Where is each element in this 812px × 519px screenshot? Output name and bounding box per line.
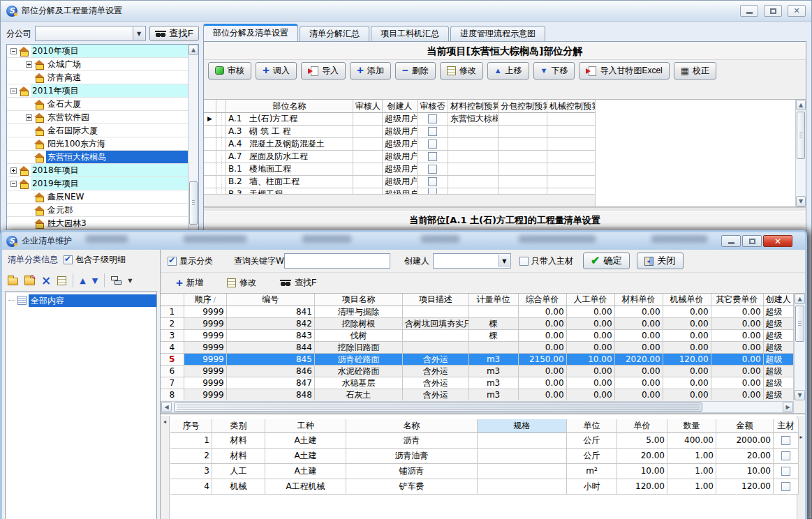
expander-icon[interactable] xyxy=(10,88,17,94)
column-header[interactable]: 创建人 xyxy=(383,100,418,113)
混凝土及钢筋混凝土[interactable]: A.4混凝土及钢筋混凝土 超级用户 xyxy=(204,138,595,151)
show-category-checkbox[interactable]: 显示分类 xyxy=(168,255,213,267)
column-header[interactable]: 金额 xyxy=(716,419,774,433)
水稳基层[interactable]: 7 9999 847 水稳基层 含外运 m3 0.00 0.00 0.00 0.… xyxy=(161,377,794,389)
column-header[interactable]: 顺序∕ xyxy=(184,294,227,306)
main-material-checkbox[interactable] xyxy=(781,451,790,460)
沥青砼路面[interactable]: 5 9999 845 沥青砼路面 含外运 m3 2150.00 10.00 20… xyxy=(161,354,794,366)
column-header[interactable]: 编号 xyxy=(227,294,315,306)
沥青[interactable]: 1 材料 A土建 沥青 公斤 5.00 400.00 2000.00 xyxy=(170,433,799,449)
column-header[interactable]: 审核否 xyxy=(418,100,448,113)
tree-item[interactable]: 济青高速 xyxy=(7,71,188,84)
天棚工程[interactable]: B.3天棚工程 超级用户 xyxy=(204,188,595,195)
main-material-checkbox[interactable] xyxy=(781,482,790,491)
close-dialog-button[interactable]: 关闭 xyxy=(637,253,684,269)
column-header[interactable]: 审核人 xyxy=(353,100,383,113)
dialog-titlebar[interactable]: 企业清单维护 ✕ xyxy=(2,232,805,250)
new-item-button[interactable]: 新增 xyxy=(172,275,207,292)
column-header[interactable]: 名称 xyxy=(346,419,478,433)
maximize-button[interactable] xyxy=(764,5,782,17)
tree-item[interactable]: 2011年项目 xyxy=(7,84,188,98)
土(石)方工程[interactable]: ▶ A.1土(石)方工程 超级用户 东营恒大棕榈岛 xyxy=(204,113,595,126)
move-down-icon[interactable] xyxy=(92,276,98,285)
expander-icon[interactable] xyxy=(10,48,17,54)
collapse-left-handle[interactable]: ◂ xyxy=(161,416,170,519)
铲车费[interactable]: 4 机械 A工程机械 铲车费 小时 120.00 1.00 120.00 xyxy=(170,479,799,495)
column-header[interactable]: 机械控制预算 xyxy=(547,100,595,113)
column-header[interactable]: 规格 xyxy=(478,419,567,433)
column-header[interactable]: 分包控制预算 xyxy=(499,100,547,113)
layout-icon[interactable] xyxy=(111,276,121,285)
delete-icon[interactable] xyxy=(41,276,51,285)
audit-button[interactable]: 审核 xyxy=(208,62,251,80)
tab-list-summary[interactable]: 清单分解汇总 xyxy=(300,26,369,41)
tree-item[interactable]: 阳光100东方海 xyxy=(7,137,188,151)
column-header[interactable]: 部位名称 xyxy=(226,100,353,113)
tree-item[interactable]: 东营恒大棕榈岛 xyxy=(7,151,188,164)
column-header[interactable]: 主材 xyxy=(774,419,799,433)
main-material-checkbox[interactable] xyxy=(781,467,790,476)
expander-icon[interactable] xyxy=(10,181,17,187)
include-sub-checkbox[interactable]: 包含子级明细 xyxy=(64,254,126,266)
dialog-close-button[interactable]: ✕ xyxy=(763,235,792,247)
tree-item[interactable]: 金石大厦 xyxy=(7,98,188,111)
part-table-scrollbar[interactable]: ▲ ▼ xyxy=(795,100,806,206)
list-table-scrollbar[interactable]: ▲ ▼ xyxy=(794,294,805,400)
close-button[interactable]: ✕ xyxy=(788,5,806,17)
column-header[interactable]: 项目名称 xyxy=(315,294,403,306)
move-up-icon[interactable] xyxy=(80,276,85,285)
audit-checkbox[interactable] xyxy=(428,152,437,161)
chevron-down-icon[interactable]: ▼ xyxy=(499,255,510,267)
audit-checkbox[interactable] xyxy=(428,188,437,195)
tree-item[interactable]: 鑫辰NEW xyxy=(7,190,188,204)
chevron-down-icon[interactable]: ▼ xyxy=(128,278,132,284)
石灰土[interactable]: 8 9999 848 石灰土 含外运 m3 0.00 0.00 0.00 0.0… xyxy=(161,389,794,400)
only-main-checkbox[interactable]: 只带入主材 xyxy=(519,255,573,267)
column-header[interactable]: 类别 xyxy=(212,419,265,433)
tab-project-resources[interactable]: 项目工料机汇总 xyxy=(371,26,449,41)
keyword-input[interactable] xyxy=(284,253,390,269)
checkbox-icon[interactable] xyxy=(519,257,529,266)
audit-checkbox[interactable] xyxy=(428,177,437,186)
tree-item[interactable]: 众城广场 xyxy=(7,58,188,71)
scroll-down-icon[interactable]: ▼ xyxy=(796,196,806,206)
楼地面工程[interactable]: B.1楼地面工程 超级用户 xyxy=(204,163,595,176)
column-header[interactable]: 创建人 xyxy=(764,294,794,306)
scrollbar-thumb[interactable] xyxy=(795,306,804,342)
scroll-left-icon[interactable]: ◀ xyxy=(161,402,172,412)
scroll-down-icon[interactable]: ▼ xyxy=(795,390,805,400)
column-header[interactable]: 综合单价 xyxy=(519,294,567,306)
move-down-button[interactable]: 下移 xyxy=(533,62,575,80)
tab-progress-flow[interactable]: 进度管理流程示意图 xyxy=(450,26,545,41)
add-button[interactable]: 添加 xyxy=(350,62,391,80)
main-titlebar[interactable]: 部位分解及工程量清单设置 ✕ xyxy=(1,1,811,22)
branch-combobox[interactable]: ▼ xyxy=(35,26,146,41)
scroll-up-icon[interactable]: ▲ xyxy=(796,100,806,110)
import-button[interactable]: 导入 xyxy=(301,62,346,80)
correct-button[interactable]: 校正 xyxy=(674,62,716,80)
audit-checkbox[interactable] xyxy=(428,114,437,123)
pull-in-button[interactable]: 调入 xyxy=(256,62,297,80)
audit-checkbox[interactable] xyxy=(428,127,437,136)
伐树[interactable]: 3 9999 843 伐树 棵 0.00 0.00 0.00 0.00 0.00… xyxy=(161,330,794,342)
清理与掘除[interactable]: 1 9999 841 清理与掘除 0.00 0.00 0.00 0.00 0.0… xyxy=(161,306,794,318)
dialog-minimize-button[interactable] xyxy=(721,235,741,247)
notepad-icon[interactable] xyxy=(57,276,66,285)
chevron-down-icon[interactable]: ▼ xyxy=(133,27,145,40)
tree-item[interactable]: 金石国际大厦 xyxy=(7,124,188,137)
挖除树根[interactable]: 2 9999 842 挖除树根 含树坑回填夯实只 棵 0.00 0.00 0.0… xyxy=(161,318,794,330)
checkbox-icon[interactable] xyxy=(64,255,73,264)
column-header[interactable]: 单价 xyxy=(617,419,667,433)
column-header[interactable]: 材料单价 xyxy=(615,294,663,306)
column-header[interactable]: 工种 xyxy=(265,419,346,433)
水泥砼路面[interactable]: 6 9999 846 水泥砼路面 含外运 m3 0.00 0.00 0.00 0… xyxy=(161,366,794,377)
scroll-up-icon[interactable]: ▲ xyxy=(795,294,805,304)
import-gantt-excel-button[interactable]: 导入甘特图Excel xyxy=(579,62,669,80)
delete-button[interactable]: 删除 xyxy=(395,62,436,80)
list-table-hscrollbar[interactable]: ◀ ▶ xyxy=(161,401,794,413)
挖除旧路面[interactable]: 4 9999 844 挖除旧路面 0.00 0.00 0.00 0.00 0.0… xyxy=(161,342,794,354)
creator-combobox[interactable]: ▼ xyxy=(433,253,511,269)
砌 筑 工 程[interactable]: A.3砌 筑 工 程 超级用户 xyxy=(204,126,595,138)
ok-button[interactable]: 确定 xyxy=(583,253,630,269)
tree-item[interactable]: 东营软件园 xyxy=(7,111,188,124)
